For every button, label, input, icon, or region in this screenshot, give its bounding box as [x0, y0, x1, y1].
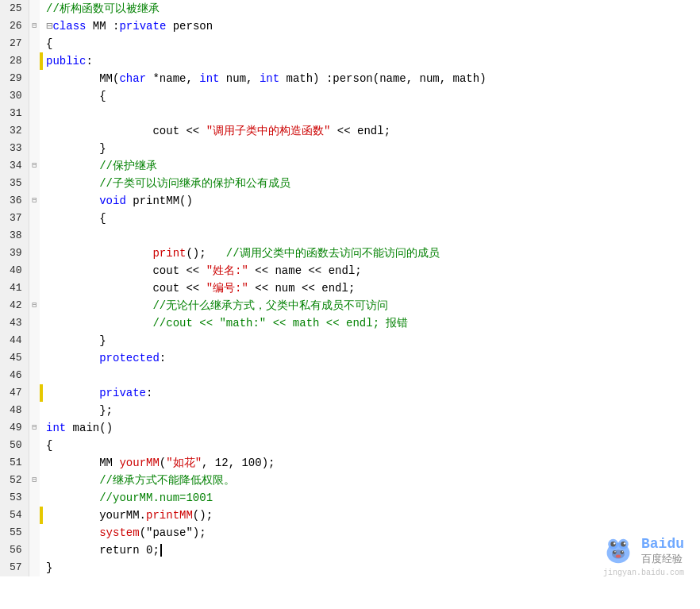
- line-number: 57: [0, 559, 29, 576]
- baidu-bear-icon: [598, 535, 638, 567]
- line-content: protected:: [43, 349, 700, 367]
- table-row: 34⊟ //保护继承: [0, 157, 700, 175]
- table-row: 42⊟ //无论什么继承方式，父类中私有成员不可访问: [0, 297, 700, 314]
- fold-indicator: [29, 332, 40, 349]
- fold-indicator: [29, 507, 40, 524]
- fold-indicator: [29, 367, 40, 384]
- fold-indicator: [29, 524, 40, 542]
- code-editor: 25//析构函数可以被继承26⊟⊟class MM :private perso…: [0, 0, 700, 609]
- fold-icon[interactable]: ⊟: [32, 21, 37, 30]
- fold-indicator: [29, 437, 40, 454]
- fold-indicator[interactable]: ⊟: [29, 472, 40, 489]
- fold-icon[interactable]: ⊟: [32, 301, 37, 310]
- line-number: 44: [0, 332, 29, 349]
- table-row: 51 MM yourMM("如花", 12, 100);: [0, 454, 700, 472]
- table-row: 30 {: [0, 87, 700, 105]
- table-row: 40 cout << "姓名:" << name << endl;: [0, 262, 700, 279]
- line-content: MM(char *name, int num, int math) :perso…: [43, 70, 700, 87]
- line-content: }: [43, 332, 700, 349]
- svg-point-5: [613, 542, 615, 544]
- line-number: 31: [0, 105, 29, 122]
- table-row: 41 cout << "编号:" << num << endl;: [0, 279, 700, 297]
- fold-indicator[interactable]: ⊟: [29, 192, 40, 210]
- svg-point-8: [613, 550, 617, 554]
- code-table: 25//析构函数可以被继承26⊟⊟class MM :private perso…: [0, 0, 700, 576]
- line-number: 42: [0, 297, 29, 314]
- line-number: 39: [0, 245, 29, 262]
- table-row: 44 }: [0, 332, 700, 349]
- table-row: 32 cout << "调用子类中的构造函数" << endl;: [0, 122, 700, 140]
- table-row: 31: [0, 105, 700, 122]
- fold-indicator: [29, 52, 40, 70]
- line-content: //cout << "math:" << math << endl; 报错: [43, 314, 700, 332]
- line-content: };: [43, 402, 700, 419]
- svg-point-6: [624, 542, 625, 544]
- line-content: {: [43, 437, 700, 454]
- line-number: 25: [0, 0, 29, 17]
- baidu-service: 百度经验: [641, 552, 684, 566]
- svg-point-9: [620, 550, 624, 554]
- fold-icon[interactable]: ⊟: [32, 196, 37, 205]
- fold-indicator: [29, 227, 40, 245]
- line-number: 27: [0, 35, 29, 52]
- table-row: 47 private:: [0, 384, 700, 402]
- table-row: 46: [0, 367, 700, 384]
- fold-indicator: [29, 35, 40, 52]
- fold-indicator[interactable]: ⊟: [29, 297, 40, 314]
- line-content: //子类可以访问继承的保护和公有成员: [43, 175, 700, 192]
- line-content: private:: [43, 384, 700, 402]
- fold-icon[interactable]: ⊟: [32, 476, 37, 484]
- table-row: 43 //cout << "math:" << math << endl; 报错: [0, 314, 700, 332]
- line-content: cout << "调用子类中的构造函数" << endl;: [43, 122, 700, 140]
- line-content: {: [43, 35, 700, 52]
- line-number: 52: [0, 472, 29, 489]
- line-number: 35: [0, 175, 29, 192]
- line-number: 38: [0, 227, 29, 245]
- line-number: 43: [0, 314, 29, 332]
- fold-icon[interactable]: ⊟: [32, 161, 37, 170]
- line-content: print(); //调用父类中的函数去访问不能访问的成员: [43, 245, 700, 262]
- table-row: 56 return 0;: [0, 542, 700, 559]
- line-content: cout << "编号:" << num << endl;: [43, 279, 700, 297]
- line-number: 26: [0, 17, 29, 35]
- baidu-url: jingyan.baidu.com: [603, 569, 684, 577]
- fold-indicator[interactable]: ⊟: [29, 17, 40, 35]
- line-content: {: [43, 87, 700, 105]
- table-row: 49⊟int main(): [0, 419, 700, 437]
- fold-indicator: [29, 245, 40, 262]
- line-number: 54: [0, 507, 29, 524]
- fold-indicator[interactable]: ⊟: [29, 419, 40, 437]
- line-number: 28: [0, 52, 29, 70]
- line-content: cout << "姓名:" << name << endl;: [43, 262, 700, 279]
- line-number: 53: [0, 489, 29, 507]
- baidu-watermark: Baidu 百度经验 jingyan.baidu.com: [598, 535, 684, 577]
- fold-indicator: [29, 87, 40, 105]
- line-content: //析构函数可以被继承: [43, 0, 700, 17]
- line-content: ⊟class MM :private person: [43, 17, 700, 35]
- table-row: 45 protected:: [0, 349, 700, 367]
- line-content: yourMM.printMM();: [43, 507, 700, 524]
- baidu-brand: Baidu: [641, 536, 684, 552]
- line-content: //继承方式不能降低权限。: [43, 472, 700, 489]
- line-number: 46: [0, 367, 29, 384]
- fold-indicator[interactable]: ⊟: [29, 157, 40, 175]
- line-number: 34: [0, 157, 29, 175]
- line-number: 51: [0, 454, 29, 472]
- table-row: 52⊟ //继承方式不能降低权限。: [0, 472, 700, 489]
- fold-indicator: [29, 262, 40, 279]
- table-row: 54 yourMM.printMM();: [0, 507, 700, 524]
- table-row: 48 };: [0, 402, 700, 419]
- line-number: 50: [0, 437, 29, 454]
- fold-icon[interactable]: ⊟: [32, 423, 37, 432]
- table-row: 39 print(); //调用父类中的函数去访问不能访问的成员: [0, 245, 700, 262]
- fold-indicator: [29, 349, 40, 367]
- svg-point-10: [614, 551, 616, 553]
- svg-point-12: [616, 554, 621, 557]
- fold-indicator: [29, 384, 40, 402]
- table-row: 36⊟ void printMM(): [0, 192, 700, 210]
- table-row: 53 //yourMM.num=1001: [0, 489, 700, 507]
- fold-indicator: [29, 210, 40, 227]
- fold-indicator: [29, 140, 40, 157]
- line-content: void printMM(): [43, 192, 700, 210]
- table-row: 55 system("pause");: [0, 524, 700, 542]
